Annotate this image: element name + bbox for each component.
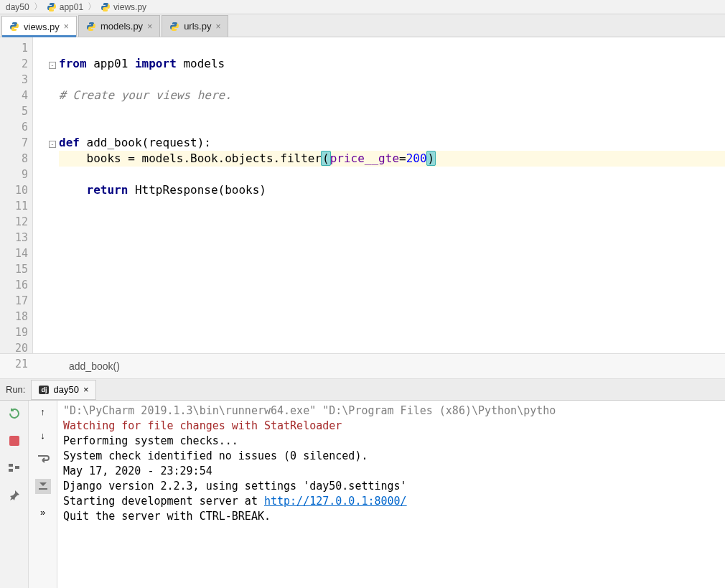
rerun-icon[interactable] <box>6 406 22 421</box>
tab-urls[interactable]: urls.py × <box>162 15 228 37</box>
run-secondary-toolbar: ↑ ↓ » <box>29 401 57 588</box>
breadcrumb-item: app01 <box>44 2 86 12</box>
django-icon: dj <box>39 386 49 394</box>
run-primary-toolbar <box>0 401 29 588</box>
run-tool-header: Run: dj day50 × <box>0 379 725 401</box>
svg-rect-0 <box>9 464 13 467</box>
code-content[interactable]: from app01 import models # Create your v… <box>59 37 725 353</box>
close-icon[interactable]: × <box>83 384 89 395</box>
run-tool-window: ↑ ↓ » "D:\PyCharm 2019.1.3\bin\runnerw64… <box>0 401 725 588</box>
svg-rect-2 <box>15 466 19 469</box>
run-panel-label: Run: <box>0 384 31 395</box>
close-icon[interactable]: × <box>147 22 152 32</box>
structure-crumb[interactable]: add_book() <box>0 353 725 379</box>
python-icon <box>169 22 179 32</box>
run-config-tab[interactable]: dj day50 × <box>31 380 96 400</box>
line-number-gutter: 123456789101112131415161718192021 <box>0 37 33 353</box>
scroll-up-icon[interactable]: ↑ <box>40 406 45 417</box>
dump-threads-icon[interactable] <box>6 461 22 475</box>
soft-wrap-icon[interactable] <box>37 454 50 466</box>
breadcrumb-item: day50 <box>3 2 32 12</box>
stop-icon[interactable] <box>6 434 22 448</box>
close-icon[interactable]: × <box>215 22 220 32</box>
chevron-right-icon: 〉 <box>86 1 98 13</box>
python-icon <box>9 22 19 32</box>
python-icon <box>100 2 111 12</box>
tab-label: models.py <box>100 21 143 32</box>
crumb-context-label: add_book() <box>69 360 120 372</box>
tab-models[interactable]: models.py × <box>78 15 160 37</box>
run-config-name: day50 <box>53 384 78 395</box>
python-icon <box>47 2 57 12</box>
console-output[interactable]: "D:\PyCharm 2019.1.3\bin\runnerw64.exe" … <box>57 401 725 588</box>
breadcrumb: day50 〉 app01 〉 views.py <box>0 0 725 14</box>
tab-label: views.py <box>24 22 60 32</box>
chevron-right-icon: 〉 <box>32 1 44 13</box>
breadcrumb-item: views.py <box>98 2 149 12</box>
tab-views[interactable]: views.py × <box>1 16 77 37</box>
tab-label: urls.py <box>184 21 211 32</box>
svg-rect-1 <box>9 469 13 472</box>
code-editor[interactable]: 123456789101112131415161718192021 - - fr… <box>0 37 725 353</box>
pin-icon[interactable] <box>6 488 22 503</box>
python-icon <box>86 22 96 32</box>
scroll-down-icon[interactable]: ↓ <box>40 430 45 441</box>
more-icon[interactable]: » <box>40 507 45 518</box>
close-icon[interactable]: × <box>64 22 69 32</box>
scroll-to-end-icon[interactable] <box>35 479 51 494</box>
editor-tabs: views.py × models.py × urls.py × <box>0 14 725 37</box>
fold-gutter[interactable]: - - <box>33 37 59 353</box>
